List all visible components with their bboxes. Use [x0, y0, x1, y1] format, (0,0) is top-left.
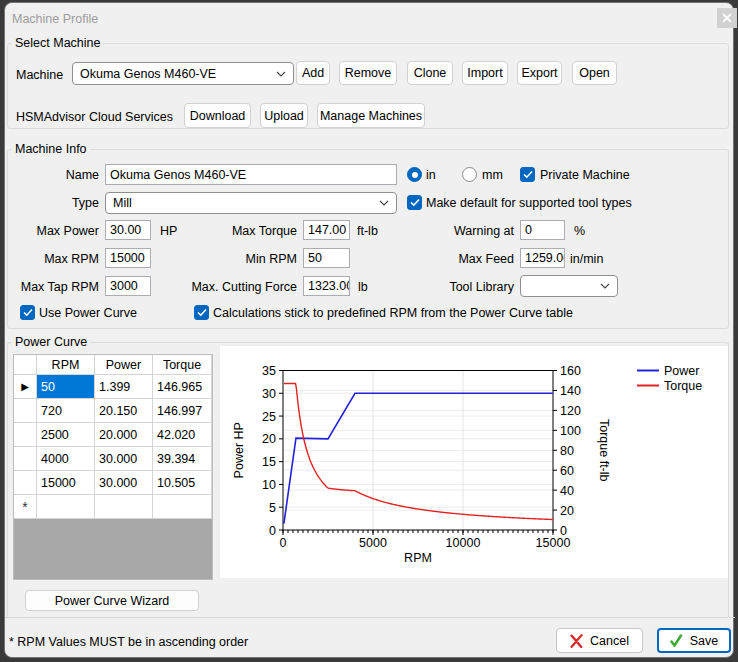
power-curve-table[interactable]: RPMPowerTorque▶501.399146.96572020.15014… — [13, 354, 213, 580]
max-torque-input[interactable]: 147.00 — [303, 220, 350, 240]
manage-machines-button[interactable]: Manage Machines — [317, 103, 425, 128]
table-cell[interactable]: 720 — [37, 399, 95, 423]
table-cell[interactable]: 146.997 — [153, 399, 212, 423]
table-cell[interactable]: 20.150 — [95, 399, 153, 423]
power-curve-group: Power Curve RPMPowerTorque▶501.399146.96… — [7, 342, 729, 618]
max-cutting-force-input[interactable]: 1323.00 — [303, 276, 350, 296]
name-input[interactable]: Okuma Genos M460-VE — [105, 164, 397, 185]
table-cell[interactable]: 39.394 — [153, 447, 212, 471]
cancel-button-label: Cancel — [590, 634, 629, 648]
add-button[interactable]: Add — [296, 61, 330, 85]
y-axis-right-tick-label: 140 — [560, 384, 581, 398]
machine-info-group-label: Machine Info — [12, 142, 90, 156]
torque-series-line — [284, 383, 553, 519]
table-row: * — [14, 495, 212, 519]
row-header-corner[interactable] — [14, 355, 37, 375]
row-header[interactable] — [14, 471, 37, 495]
column-header-rpm[interactable]: RPM — [37, 355, 95, 375]
download-button[interactable]: Download — [184, 103, 251, 128]
table-cell[interactable]: 30.000 — [95, 471, 153, 495]
make-default-label[interactable]: Make default for supported tool types — [426, 196, 632, 210]
remove-button[interactable]: Remove — [339, 61, 397, 85]
row-header[interactable]: ▶ — [14, 375, 37, 399]
column-header-power[interactable]: Power — [95, 355, 153, 375]
cloud-services-label: HSMAdvisor Cloud Services — [16, 110, 173, 124]
x-axis-tick-label: 0 — [280, 536, 287, 550]
max-rpm-input[interactable]: 15000 — [105, 248, 151, 268]
chevron-down-icon — [276, 70, 286, 78]
save-button-label: Save — [690, 634, 719, 648]
max-cutting-force-value: 1323.00 — [308, 279, 350, 293]
unit-mm-label[interactable]: mm — [482, 168, 503, 182]
y-axis-right-tick-label: 80 — [560, 444, 574, 458]
make-default-checkbox[interactable] — [407, 195, 422, 210]
power-series-line — [284, 393, 553, 523]
min-rpm-value: 50 — [308, 251, 322, 265]
row-header[interactable] — [14, 447, 37, 471]
table-cell[interactable]: 2500 — [37, 423, 95, 447]
type-combobox[interactable]: Mill — [105, 192, 397, 214]
table-cell[interactable]: 15000 — [37, 471, 95, 495]
max-feed-unit: in/min — [570, 252, 603, 266]
table-cell[interactable] — [95, 495, 153, 519]
import-button[interactable]: Import — [462, 61, 508, 85]
unit-in-radio[interactable] — [407, 167, 422, 182]
legend-label-power: Power — [664, 364, 699, 378]
table-cell[interactable] — [37, 495, 95, 519]
warning-at-input[interactable]: 0 — [520, 220, 565, 240]
tool-library-label: Tool Library — [388, 280, 514, 294]
tool-library-combobox[interactable] — [520, 275, 618, 297]
type-combobox-value: Mill — [113, 196, 132, 210]
table-cell[interactable]: 146.965 — [153, 375, 212, 399]
table-cell[interactable]: 50 — [37, 375, 95, 399]
use-power-curve-checkbox[interactable] — [20, 305, 35, 320]
max-cutting-force-unit: lb — [358, 280, 368, 294]
max-torque-label: Max Torque — [158, 224, 297, 238]
max-power-value: 30.00 — [110, 223, 141, 237]
new-row-marker[interactable]: * — [14, 495, 37, 519]
max-tap-rpm-input[interactable]: 3000 — [105, 276, 151, 296]
use-power-curve-label[interactable]: Use Power Curve — [39, 306, 137, 320]
max-tap-rpm-value: 3000 — [110, 279, 138, 293]
warning-at-unit: % — [574, 224, 585, 238]
table-cell[interactable]: 42.020 — [153, 423, 212, 447]
table-row: 72020.150146.997 — [14, 399, 212, 423]
calc-stick-label[interactable]: Calculations stick to predefined RPM fro… — [213, 306, 573, 320]
cancel-x-icon — [570, 634, 583, 648]
chevron-down-icon — [379, 199, 389, 207]
min-rpm-input[interactable]: 50 — [303, 248, 350, 268]
y-axis-right-tick-label: 160 — [560, 364, 581, 378]
y-axis-right-tick-label: 120 — [560, 404, 581, 418]
row-header[interactable] — [14, 423, 37, 447]
column-header-torque[interactable]: Torque — [153, 355, 212, 375]
table-cell[interactable]: 4000 — [37, 447, 95, 471]
private-machine-label[interactable]: Private Machine — [540, 168, 630, 182]
private-machine-checkbox[interactable] — [520, 167, 535, 182]
export-button[interactable]: Export — [517, 61, 562, 85]
max-feed-input[interactable]: 1259.00 — [520, 248, 565, 268]
calc-stick-checkbox[interactable] — [194, 305, 209, 320]
table-cell[interactable]: 30.000 — [95, 447, 153, 471]
save-button[interactable]: Save — [657, 628, 731, 653]
open-button[interactable]: Open — [572, 61, 617, 85]
upload-button[interactable]: Upload — [260, 103, 308, 128]
unit-mm-radio[interactable] — [462, 167, 477, 182]
max-tap-rpm-label: Max Tap RPM — [8, 280, 99, 294]
title-bar[interactable]: Machine Profile — [5, 3, 733, 34]
max-power-input[interactable]: 30.00 — [105, 220, 151, 240]
row-header[interactable] — [14, 399, 37, 423]
power-curve-wizard-button[interactable]: Power Curve Wizard — [25, 590, 199, 611]
machine-combobox[interactable]: Okuma Genos M460-VE — [72, 62, 294, 85]
cancel-button[interactable]: Cancel — [556, 628, 643, 653]
table-cell[interactable]: 1.399 — [95, 375, 153, 399]
unit-in-label[interactable]: in — [426, 168, 436, 182]
close-button[interactable] — [717, 8, 737, 28]
table-cell[interactable]: 10.505 — [153, 471, 212, 495]
table-cell[interactable]: 20.000 — [95, 423, 153, 447]
y-axis-left-tick-label: 0 — [269, 524, 276, 538]
table-cell[interactable] — [153, 495, 212, 519]
power-curve-chart-panel: 0510152025303502040608010012014016005000… — [220, 346, 728, 578]
y-axis-left-tick-label: 35 — [262, 364, 276, 378]
warning-at-label: Warning at — [388, 224, 514, 238]
clone-button[interactable]: Clone — [407, 61, 453, 85]
